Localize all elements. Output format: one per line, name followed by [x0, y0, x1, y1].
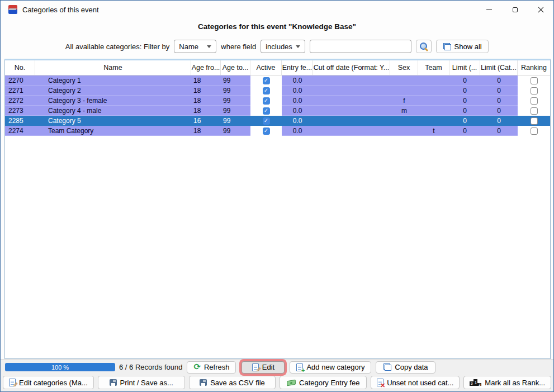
active-checkbox[interactable]	[263, 97, 270, 105]
maximize-button[interactable]	[502, 1, 528, 18]
edit-categories-icon: ✎	[9, 379, 16, 386]
column-header-age_from[interactable]: Age fro...	[191, 60, 221, 75]
ranking-checkbox[interactable]	[531, 87, 538, 95]
cell-entry_fee: 0.0	[282, 106, 313, 116]
cell-active	[250, 75, 282, 86]
cell-team	[418, 96, 449, 106]
cell-cut_off_date	[313, 86, 390, 96]
progress-bar: 100 %	[5, 363, 115, 371]
unset-category-icon: ✕	[377, 379, 383, 386]
money-icon	[287, 379, 296, 386]
cell-limit_cat: 0	[480, 86, 518, 96]
cell-age_to: 99	[221, 75, 250, 86]
chevron-down-icon	[296, 45, 300, 48]
show-all-button[interactable]: Show all	[436, 40, 489, 53]
search-input[interactable]	[310, 40, 411, 53]
edit-button[interactable]: ✎ Edit	[242, 361, 285, 374]
cell-team	[418, 106, 449, 116]
column-header-entry_fee[interactable]: Entry fe...	[282, 60, 313, 75]
table-row[interactable]: 2270Category 118990.000	[5, 75, 550, 86]
cell-ranking	[518, 96, 550, 106]
cell-cut_off_date	[313, 75, 390, 86]
cell-name: Team Category	[35, 126, 191, 136]
column-header-limit[interactable]: Limit (...	[449, 60, 480, 75]
table-row[interactable]: 2285Category 516990.000	[5, 116, 550, 126]
ranking-checkbox[interactable]	[531, 107, 538, 115]
cell-sex	[390, 116, 418, 126]
active-checkbox[interactable]	[263, 127, 270, 135]
cell-no: 2271	[5, 86, 35, 96]
column-header-team[interactable]: Team	[418, 60, 449, 75]
cell-no: 2272	[5, 96, 35, 106]
chevron-down-icon	[207, 45, 211, 48]
cell-sex	[390, 86, 418, 96]
add-new-category-button[interactable]: + Add new category	[290, 361, 371, 374]
column-header-ranking[interactable]: Ranking	[518, 60, 550, 75]
column-header-no[interactable]: No.	[5, 60, 35, 75]
table-row[interactable]: 2273Category 4 - male18990.0m00	[5, 106, 550, 116]
cell-sex: m	[390, 106, 418, 116]
unset-not-used-button[interactable]: ✕ Unset not used cat...	[371, 376, 460, 389]
cell-active	[250, 86, 282, 96]
cell-ranking	[518, 75, 550, 86]
copy-data-button[interactable]: Copy data	[376, 361, 435, 374]
save-as-csv-button[interactable]: Save as CSV file	[189, 376, 276, 389]
cell-cut_off_date	[313, 116, 390, 126]
table-row[interactable]: 2272Category 3 - female18990.0f00	[5, 96, 550, 106]
table-row[interactable]: 2274Team Category18990.0t00	[5, 126, 550, 136]
cell-age_from: 18	[191, 106, 221, 116]
cell-entry_fee: 0.0	[282, 86, 313, 96]
where-field-label: where field	[221, 42, 256, 51]
show-all-icon	[443, 43, 451, 50]
edit-categories-master-button[interactable]: ✎ Edit categories (Ma...	[3, 376, 94, 389]
cell-entry_fee: 0.0	[282, 96, 313, 106]
column-header-active[interactable]: Active	[250, 60, 282, 75]
search-button[interactable]	[416, 40, 432, 53]
active-checkbox[interactable]	[263, 87, 270, 95]
active-checkbox[interactable]	[263, 107, 270, 115]
category-entry-fee-button[interactable]: Category Entry fee	[280, 376, 367, 389]
close-button[interactable]	[528, 1, 553, 18]
cell-entry_fee: 0.0	[282, 75, 313, 86]
filter-field-select[interactable]: Name	[174, 40, 216, 53]
cell-age_to: 99	[221, 96, 250, 106]
ranking-checkbox[interactable]	[531, 117, 538, 125]
mark-all-as-ranking-label: Mark all as Rank...	[485, 379, 545, 387]
minimize-button[interactable]	[476, 1, 502, 18]
cell-limit: 0	[449, 116, 480, 126]
ranking-checkbox[interactable]	[531, 127, 538, 135]
active-checkbox[interactable]	[263, 77, 270, 84]
cell-team	[418, 116, 449, 126]
cell-age_to: 99	[221, 86, 250, 96]
add-category-icon: +	[296, 363, 303, 371]
cell-age_from: 18	[191, 86, 221, 96]
filter-field-value: Name	[179, 42, 198, 51]
cell-limit_cat: 0	[480, 106, 518, 116]
cell-no: 2285	[5, 116, 35, 126]
cell-limit_cat: 0	[480, 126, 518, 136]
print-save-as-button[interactable]: Print / Save as...	[98, 376, 185, 389]
cell-limit_cat: 0	[480, 96, 518, 106]
mark-all-as-ranking-button[interactable]: 213 Mark all as Rank...	[463, 376, 551, 389]
cell-age_to: 99	[221, 126, 250, 136]
cell-ranking	[518, 106, 550, 116]
column-header-sex[interactable]: Sex	[390, 60, 418, 75]
window-title: Categories of this event	[22, 6, 99, 14]
edit-categories-label: Edit categories (Ma...	[19, 379, 88, 387]
column-header-name[interactable]: Name	[35, 60, 191, 75]
filter-operator-value: includes	[266, 42, 292, 51]
refresh-button[interactable]: ⟳ Refresh	[187, 361, 236, 374]
active-checkbox[interactable]	[263, 117, 270, 125]
column-header-limit_cat[interactable]: Limit (Cat...	[480, 60, 518, 75]
cell-limit_cat: 0	[480, 116, 518, 126]
ranking-checkbox[interactable]	[531, 97, 538, 105]
table-row[interactable]: 2271Category 218990.000	[5, 86, 550, 96]
ranking-checkbox[interactable]	[531, 77, 538, 84]
filter-operator-select[interactable]: includes	[261, 40, 305, 53]
cell-name: Category 4 - male	[35, 106, 191, 116]
column-header-age_to[interactable]: Age to...	[221, 60, 250, 75]
records-found-label: 6 / 6 Records found	[119, 363, 182, 371]
cell-limit: 0	[449, 75, 480, 86]
search-icon	[420, 42, 428, 51]
column-header-cut_off_date[interactable]: Cut off date (Format: Y...	[313, 60, 390, 75]
